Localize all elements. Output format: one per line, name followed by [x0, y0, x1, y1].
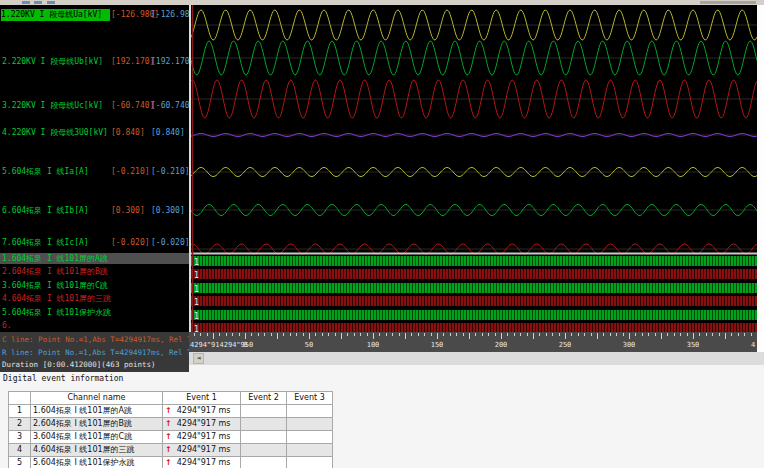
digital-trace-bar — [191, 269, 757, 279]
ruler-tick — [603, 333, 604, 336]
rising-edge-arrow-icon: ↑ — [165, 406, 172, 415]
analog-channel-row[interactable]: 6.604拓泉 I 线Ib[A][0.300][0.300] — [0, 205, 189, 217]
ruler-tick — [258, 333, 259, 336]
channel-name-cell: 1.604拓泉 I 线101屏的A跳 — [31, 405, 163, 418]
ruler-tick — [431, 333, 432, 336]
digital-channel-row[interactable]: 2.604拓泉 I 线101屏的B跳 — [0, 266, 189, 277]
ruler-tick — [629, 333, 630, 339]
ruler-tick — [616, 333, 617, 336]
ruler-tick — [239, 333, 240, 336]
toolbar-cropped-icon[interactable] — [47, 1, 55, 4]
ruler-tick — [418, 333, 419, 336]
time-axis-ruler[interactable]: 4294"914294"950 0501001502002503003504 — [188, 332, 757, 352]
table-row[interactable]: 33.604拓泉 I 线101屏的C跳↑4294"917 ms — [9, 431, 333, 444]
event3-cell — [287, 457, 333, 468]
rising-edge-arrow-icon: ↑ — [165, 432, 172, 441]
table-row[interactable]: 11.604拓泉 I 线101屏的A跳↑4294"917 ms — [9, 405, 333, 418]
analog-channel-name: 3.220KV I 段母线Uc[kV] — [2, 100, 103, 111]
ruler-tick — [392, 333, 393, 336]
rising-edge-arrow-icon: ↑ — [165, 419, 172, 428]
ruler-tick — [303, 333, 304, 336]
digital-state-label: 1 — [194, 271, 199, 280]
ruler-tick — [328, 333, 329, 336]
analog-channel-value-rel: [192.170] — [151, 57, 189, 66]
digital-channel-name: 2.604拓泉 I 线101屏的B跳 — [2, 267, 108, 276]
ruler-tick — [315, 333, 316, 336]
digital-trace-bar — [191, 310, 757, 320]
ruler-tick — [584, 333, 585, 336]
ruler-tick — [405, 333, 406, 339]
ruler-tick-label: 200 — [495, 341, 508, 349]
toolbar-cropped-icon[interactable] — [34, 1, 42, 4]
ruler-tick — [424, 333, 425, 336]
ruler-tick — [335, 333, 336, 336]
ruler-tick — [507, 333, 508, 336]
ruler-tick — [597, 333, 598, 339]
waveform-plot[interactable]: 111111 — [191, 5, 757, 332]
ruler-tick — [571, 333, 572, 336]
analog-channel-row[interactable]: 5.604拓泉 I 线Ia[A][-0.210][-0.210] — [0, 166, 189, 178]
ruler-tick-label: 50 — [305, 341, 313, 349]
ruler-tick — [725, 333, 726, 339]
table-row[interactable]: 44.604拓泉 I 线101屏的三跳↑4294"917 ms — [9, 444, 333, 457]
analog-channel-value-abs: [-0.210] — [111, 167, 150, 176]
toolbar-cropped-icon — [700, 1, 756, 4]
event1-cell: ↑4294"917 ms — [163, 457, 241, 468]
ruler-tick — [277, 333, 278, 339]
ruler-tick — [245, 333, 246, 339]
toolbar-cropped-icon[interactable] — [22, 1, 30, 4]
ruler-tick — [623, 333, 624, 336]
ruler-tick — [469, 333, 470, 339]
ruler-tick — [456, 333, 457, 336]
analog-channel-row[interactable]: 1.220KV I 段母线Ua[kV][-126.980][-126.980] — [0, 9, 189, 21]
analog-channel-value-abs: [-0.020] — [111, 238, 150, 247]
ruler-tick — [635, 333, 636, 336]
digital-state-label: 1 — [194, 298, 199, 307]
digital-channel-row[interactable]: 5.604拓泉 I 线101保护永跳 — [0, 307, 189, 318]
rising-edge-arrow-icon: ↑ — [165, 458, 172, 467]
duration-status: Duration [0:00.412000](463 points) — [2, 359, 189, 372]
digital-channel-name: 1.604拓泉 I 线101屏的A跳 — [2, 254, 108, 263]
analog-channel-value-abs: [0.300] — [111, 206, 145, 215]
scroll-left-button[interactable]: ◄ — [193, 353, 204, 364]
ruler-tick — [738, 333, 739, 336]
digital-state-label: 1 — [194, 285, 199, 294]
ruler-tick — [687, 333, 688, 336]
analog-channel-row[interactable]: 4.220KV I 段母线3U0[kV][0.840][0.840] — [0, 127, 189, 139]
event1-time: 4294"917 ms — [177, 445, 231, 454]
ruler-tick — [731, 333, 732, 336]
ruler-tick — [463, 333, 464, 336]
table-row[interactable]: 55.604拓泉 I 线101保护永跳↑4294"917 ms — [9, 457, 333, 468]
table-header-cell: Event 1 — [163, 392, 241, 405]
event2-cell — [241, 457, 287, 468]
event3-cell — [287, 418, 333, 431]
ruler-tick — [565, 333, 566, 339]
table-row[interactable]: 22.604拓泉 I 线101屏的B跳↑4294"917 ms — [9, 418, 333, 431]
digital-channel-row[interactable]: 1.604拓泉 I 线101屏的A跳 — [0, 253, 189, 264]
ruler-tick — [655, 333, 656, 336]
ruler-tick — [251, 333, 252, 336]
ruler-tick — [661, 333, 662, 339]
analog-channel-row[interactable]: 2.220KV I 段母线Ub[kV][192.170][192.170] — [0, 56, 189, 68]
digital-trace-bar — [191, 323, 757, 332]
channel-label-panel: 1.220KV I 段母线Ua[kV][-126.980][-126.980]2… — [0, 5, 189, 332]
digital-channel-row[interactable]: 3.604拓泉 I 线101屏的C跳 — [0, 280, 189, 291]
ruler-tick-label: 0 — [243, 341, 247, 349]
channel-name-cell: 2.604拓泉 I 线101屏的B跳 — [31, 418, 163, 431]
analog-channel-name: 4.220KV I 段母线3U0[kV] — [2, 127, 108, 138]
ruler-tick — [559, 333, 560, 336]
analog-channel-row[interactable]: 7.604拓泉 I 线Ic[A][-0.020][-0.020] — [0, 237, 189, 249]
ruler-tick — [514, 333, 515, 336]
ruler-tick — [475, 333, 476, 336]
digital-channel-row[interactable]: 6. — [0, 320, 189, 331]
table-header-cell: Channel name — [31, 392, 163, 405]
analog-channel-value-rel: [-60.740] — [151, 101, 189, 110]
analog-channel-row[interactable]: 3.220KV I 段母线Uc[kV][-60.740][-60.740] — [0, 100, 189, 112]
ruler-tick — [283, 333, 284, 336]
ruler-tick — [341, 333, 342, 339]
digital-channel-row[interactable]: 4.604拓泉 I 线101屏的三跳 — [0, 293, 189, 304]
ruler-tick — [610, 333, 611, 336]
table-header-cell: Event 2 — [241, 392, 287, 405]
digital-trace-bar — [191, 256, 757, 266]
horizontal-scrollbar[interactable]: ◄ — [188, 352, 764, 365]
